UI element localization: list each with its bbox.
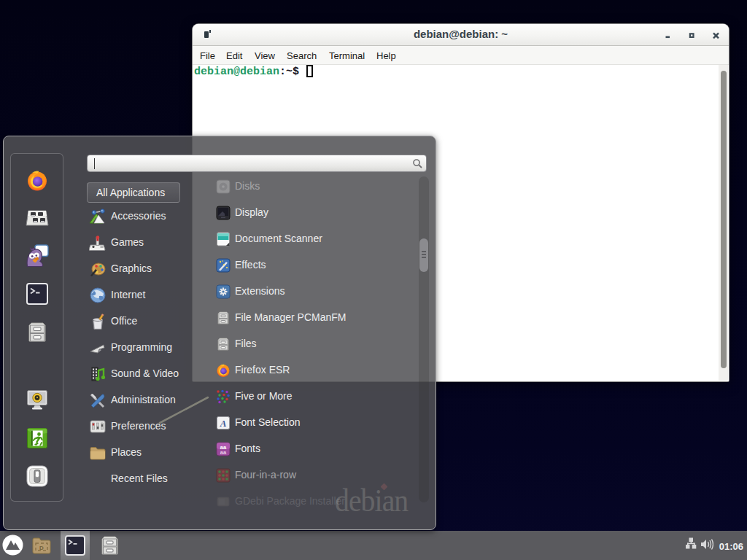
svg-text:A: A: [220, 418, 227, 429]
svg-text:D: D: [39, 545, 44, 551]
svg-text:aa: aa: [220, 449, 227, 456]
